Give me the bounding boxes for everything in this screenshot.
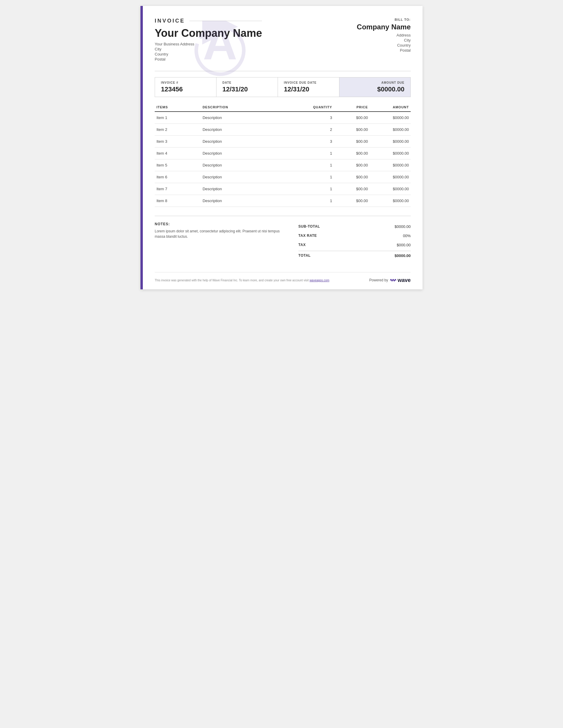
bill-to-details: Address City Country Postal: [357, 33, 411, 53]
item-amount-8: $0000.00: [370, 195, 411, 207]
item-desc-4: Description: [201, 147, 308, 159]
powered-by: Powered by wave: [370, 277, 411, 283]
company-col: INVOICE Your Company Name Your Business …: [155, 18, 262, 62]
notes-label: NOTES:: [155, 222, 290, 226]
item-name-5: Item 5: [155, 159, 201, 171]
amount-due-value: $0000.00: [345, 85, 405, 93]
item-amount-3: $0000.00: [370, 136, 411, 147]
company-name: Your Company Name: [155, 27, 262, 39]
notes-col: NOTES: Lorem ipsum dolor sit amet, conse…: [155, 222, 290, 260]
company-details: Your Business Address City Country Posta…: [155, 42, 262, 61]
item-price-6: $00.00: [334, 171, 370, 183]
invoice-info-bar: INVOICE # 123456 DATE 12/31/20 INVOICE D…: [155, 77, 411, 97]
table-header-row: ITEMS DESCRIPTION QUANTITY PRICE AMOUNT: [155, 103, 411, 112]
item-name-7: Item 7: [155, 183, 201, 195]
item-price-2: $00.00: [334, 124, 370, 136]
date-label: DATE: [222, 81, 272, 84]
item-desc-7: Description: [201, 183, 308, 195]
wave-logo: wave: [390, 277, 411, 283]
invoice-number-cell: INVOICE # 123456: [155, 77, 216, 97]
bill-to-country: Country: [357, 43, 411, 47]
footer-link[interactable]: waveapps.com: [310, 279, 329, 282]
item-name-2: Item 2: [155, 124, 201, 136]
item-price-5: $00.00: [334, 159, 370, 171]
footer: This invoice was generated with the help…: [155, 272, 411, 283]
company-postal: Postal: [155, 57, 262, 61]
wave-icon: [390, 277, 397, 283]
bottom-section: NOTES: Lorem ipsum dolor sit amet, conse…: [155, 216, 411, 260]
accent-bar: [140, 6, 143, 289]
wave-label: wave: [398, 277, 411, 283]
table-row: Item 6 Description 1 $00.00 $0000.00: [155, 171, 411, 183]
invoice-label: INVOICE: [155, 18, 185, 24]
tax-row: TAX $000.00: [299, 240, 411, 250]
items-table: ITEMS DESCRIPTION QUANTITY PRICE AMOUNT …: [155, 103, 411, 207]
col-header-description: DESCRIPTION: [201, 103, 308, 112]
bill-to-company: Company Name: [357, 23, 411, 31]
item-amount-2: $0000.00: [370, 124, 411, 136]
subtotal-value: $0000.00: [395, 224, 411, 229]
item-amount-7: $0000.00: [370, 183, 411, 195]
date-cell: DATE 12/31/20: [216, 77, 278, 97]
item-desc-1: Description: [201, 112, 308, 124]
item-qty-5: 1: [308, 159, 334, 171]
table-row: Item 2 Description 2 $00.00 $0000.00: [155, 124, 411, 136]
invoice-num-label: INVOICE #: [161, 81, 210, 84]
tax-rate-row: TAX RATE 00%: [299, 231, 411, 240]
item-amount-5: $0000.00: [370, 159, 411, 171]
item-qty-4: 1: [308, 147, 334, 159]
subtotal-label: SUB-TOTAL: [299, 224, 320, 229]
item-qty-1: 3: [308, 112, 334, 124]
totals-col: SUB-TOTAL $0000.00 TAX RATE 00% TAX $000…: [299, 222, 411, 260]
amount-due-cell: AMOUNT DUE $0000.00: [340, 77, 410, 97]
total-value: $0000.00: [395, 253, 411, 258]
date-value: 12/31/20: [222, 85, 272, 93]
item-price-7: $00.00: [334, 183, 370, 195]
bill-to-postal: Postal: [357, 48, 411, 53]
due-date-cell: INVOICE DUE DATE 12/31/20: [278, 77, 340, 97]
company-city: City: [155, 47, 262, 51]
item-amount-6: $0000.00: [370, 171, 411, 183]
header-section: INVOICE Your Company Name Your Business …: [155, 18, 411, 71]
invoice-line: [189, 21, 262, 21]
subtotal-row: SUB-TOTAL $0000.00: [299, 222, 411, 231]
item-name-8: Item 8: [155, 195, 201, 207]
items-section: ITEMS DESCRIPTION QUANTITY PRICE AMOUNT …: [155, 103, 411, 207]
item-qty-3: 3: [308, 136, 334, 147]
due-date-label: INVOICE DUE DATE: [284, 81, 333, 84]
item-price-8: $00.00: [334, 195, 370, 207]
item-qty-8: 1: [308, 195, 334, 207]
bill-to-section: BILL TO: Company Name Address City Count…: [357, 18, 411, 53]
col-header-items: ITEMS: [155, 103, 201, 112]
item-price-1: $00.00: [334, 112, 370, 124]
item-desc-3: Description: [201, 136, 308, 147]
item-desc-2: Description: [201, 124, 308, 136]
tax-rate-label: TAX RATE: [299, 234, 317, 238]
item-qty-2: 2: [308, 124, 334, 136]
item-name-6: Item 6: [155, 171, 201, 183]
invoice-page: INVOICE Your Company Name Your Business …: [140, 6, 423, 289]
amount-due-label: AMOUNT DUE: [345, 81, 405, 84]
item-desc-6: Description: [201, 171, 308, 183]
item-price-4: $00.00: [334, 147, 370, 159]
item-desc-5: Description: [201, 159, 308, 171]
table-row: Item 3 Description 3 $00.00 $0000.00: [155, 136, 411, 147]
item-amount-1: $0000.00: [370, 112, 411, 124]
tax-rate-value: 00%: [403, 234, 411, 238]
table-row: Item 7 Description 1 $00.00 $0000.00: [155, 183, 411, 195]
item-amount-4: $0000.00: [370, 147, 411, 159]
bill-to-address: Address: [357, 33, 411, 37]
invoice-num-value: 123456: [161, 85, 210, 93]
invoice-title-row: INVOICE: [155, 18, 262, 24]
table-row: Item 4 Description 1 $00.00 $0000.00: [155, 147, 411, 159]
company-address: Your Business Address: [155, 42, 262, 46]
footer-text: This invoice was generated with the help…: [155, 279, 329, 282]
bill-to-label: BILL TO:: [357, 18, 411, 21]
table-row: Item 5 Description 1 $00.00 $0000.00: [155, 159, 411, 171]
item-desc-8: Description: [201, 195, 308, 207]
company-country: Country: [155, 52, 262, 56]
notes-text: Lorem ipsum dolor sit amet, consectetur …: [155, 229, 290, 239]
col-header-amount: AMOUNT: [370, 103, 411, 112]
item-name-4: Item 4: [155, 147, 201, 159]
item-qty-7: 1: [308, 183, 334, 195]
